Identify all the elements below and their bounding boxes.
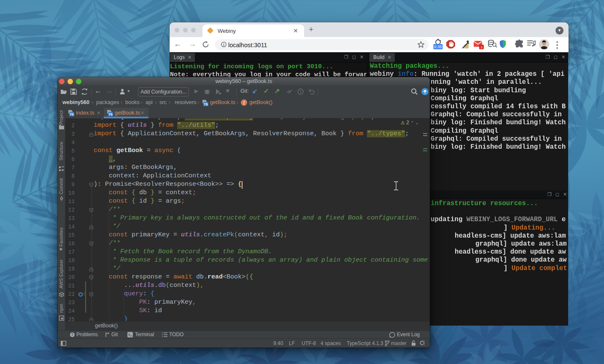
- svg-text:TS: TS: [204, 102, 208, 106]
- svg-text:3: 3: [480, 46, 483, 49]
- svg-text:0.35: 0.35: [434, 44, 442, 49]
- svg-text:TS: TS: [108, 112, 113, 116]
- svg-text:TS: TS: [70, 112, 74, 116]
